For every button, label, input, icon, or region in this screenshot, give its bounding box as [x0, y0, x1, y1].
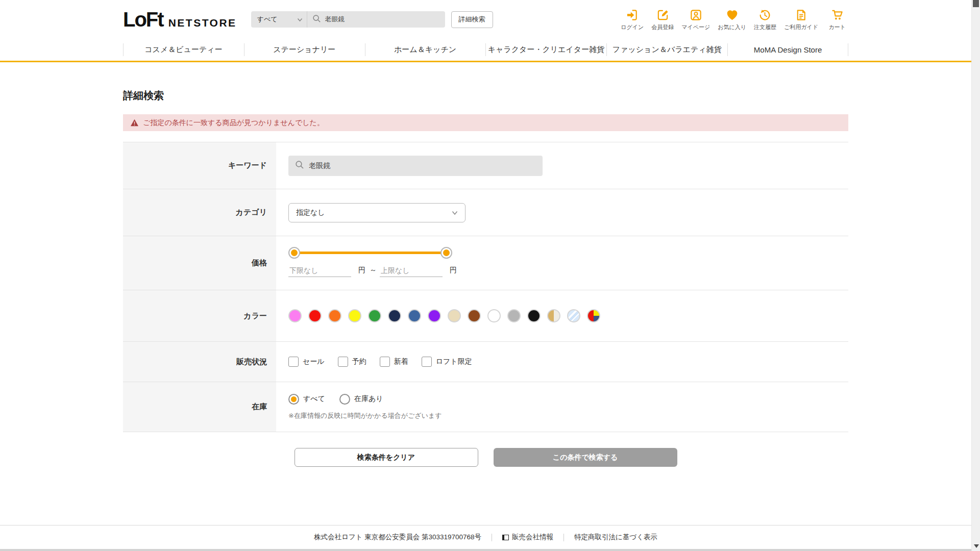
logo-netstore-text: NETSTORE — [168, 17, 237, 29]
window-icon — [502, 535, 509, 540]
color-swatch-pink[interactable] — [288, 309, 302, 322]
history-icon — [758, 8, 772, 22]
keyword-input[interactable] — [309, 162, 536, 170]
site-header: LoFt NETSTORE すべて 詳細検索 ログイン会員登録マイページお気に入… — [123, 0, 848, 39]
nav-item-stationery[interactable]: ステーショナリー — [244, 39, 365, 61]
color-swatch-green[interactable] — [368, 309, 381, 322]
radio-circle[interactable] — [288, 394, 299, 405]
clear-conditions-button[interactable]: 検索条件をクリア — [295, 448, 478, 467]
checkbox-box[interactable] — [422, 357, 432, 367]
color-swatch-purple[interactable] — [428, 309, 441, 322]
logo-loft-text: LoFt — [123, 9, 163, 30]
footer-link-seller-info[interactable]: 販売会社情報 — [502, 533, 553, 542]
checkbox-box[interactable] — [338, 357, 348, 367]
sales-status-content: セール予約新着ロフト限定 — [276, 342, 848, 382]
user-nav-label: ログイン — [621, 23, 644, 31]
color-swatch-clear[interactable] — [567, 309, 580, 322]
no-results-alert: ご指定の条件に一致する商品が見つかりませんでした。 — [123, 114, 848, 131]
price-unit-min: 円 — [358, 266, 365, 275]
search-submit-button[interactable]: この条件で検索する — [494, 448, 677, 467]
user-nav-favorites[interactable]: お気に入り — [718, 8, 746, 31]
price-range-slider[interactable] — [294, 252, 447, 254]
color-swatch-gray[interactable] — [507, 309, 521, 322]
checkbox-sale[interactable]: セール — [288, 357, 325, 367]
nav-item-fashion[interactable]: ファッション＆バラエティ雑貨 — [606, 39, 727, 61]
user-nav-register[interactable]: 会員登録 — [651, 8, 674, 31]
scrollbar-thumb[interactable] — [973, 0, 979, 7]
user-nav-mypage[interactable]: マイページ — [681, 8, 710, 31]
user-nav-label: 注文履歴 — [754, 23, 776, 31]
color-swatch-black[interactable] — [527, 309, 541, 322]
user-nav-order-history[interactable]: 注文履歴 — [754, 8, 776, 31]
color-swatch-blue[interactable] — [408, 309, 421, 322]
search-scope-select[interactable]: すべて — [251, 11, 307, 28]
nav-item-cosme[interactable]: コスメ＆ビューティー — [123, 39, 244, 61]
horizontal-scrollbar[interactable] — [0, 549, 971, 551]
chevron-down-icon — [452, 209, 458, 217]
radio-all[interactable]: すべて — [288, 394, 325, 405]
color-swatch-orange[interactable] — [328, 309, 341, 322]
footer-link-commerce-law[interactable]: 特定商取引法に基づく表示 — [574, 533, 657, 542]
color-content — [276, 290, 848, 341]
user-nav-login[interactable]: ログイン — [621, 8, 644, 31]
color-swatch-white[interactable] — [487, 309, 501, 322]
footer-company-text: 株式会社ロフト 東京都公安委員会 第303319700768号 — [314, 533, 481, 542]
header-search-input[interactable] — [325, 16, 440, 23]
color-swatch-brown[interactable] — [468, 309, 481, 322]
vertical-scrollbar[interactable] — [971, 0, 980, 551]
color-swatch-yellow[interactable] — [348, 309, 361, 322]
price-min-input[interactable] — [288, 265, 351, 277]
loft-logo[interactable]: LoFt NETSTORE — [123, 9, 237, 30]
detail-search-button[interactable]: 詳細検索 — [451, 11, 493, 28]
stock-note: ※在庫情報の反映に時間がかかる場合がございます — [288, 411, 442, 420]
radio-circle[interactable] — [339, 394, 350, 405]
guide-icon — [794, 8, 808, 22]
page-title: 詳細検索 — [123, 89, 848, 103]
footer-divider — [492, 534, 492, 541]
radio-label: すべて — [303, 394, 325, 404]
category-row: カテゴリ 指定なし — [123, 189, 848, 236]
price-slider-handle-max[interactable] — [440, 247, 452, 259]
color-swatch-navy[interactable] — [388, 309, 401, 322]
color-swatch-gold[interactable] — [547, 309, 560, 322]
keyword-row: キーワード — [123, 142, 848, 189]
scrollbar-down-arrow-icon[interactable] — [974, 544, 979, 548]
sales-status-options: セール予約新着ロフト限定 — [288, 357, 472, 367]
nav-item-character[interactable]: キャラクター・クリエイター雑貨 — [485, 39, 606, 61]
color-swatch-multicolor[interactable] — [587, 309, 600, 322]
nav-item-home-kitchen[interactable]: ホーム＆キッチン — [365, 39, 486, 61]
price-controls: 円 ～ 円 — [288, 249, 457, 277]
user-nav-label: 会員登録 — [651, 23, 674, 31]
checkbox-reserve[interactable]: 予約 — [338, 357, 366, 367]
color-swatch-red[interactable] — [308, 309, 322, 322]
login-icon — [625, 8, 639, 22]
color-swatch-beige[interactable] — [448, 309, 461, 322]
user-nav-label: カート — [828, 23, 846, 31]
user-nav-guide[interactable]: ご利用ガイド — [784, 8, 818, 31]
checkbox-label: セール — [303, 357, 325, 366]
checkbox-box[interactable] — [288, 357, 299, 367]
main-nav: コスメ＆ビューティーステーショナリーホーム＆キッチンキャラクター・クリエイター雑… — [0, 39, 971, 62]
color-label: カラー — [123, 290, 276, 341]
cart-icon — [830, 8, 844, 22]
checkbox-new[interactable]: 新着 — [380, 357, 408, 367]
checkbox-label: ロフト限定 — [436, 357, 472, 366]
keyword-label: キーワード — [123, 142, 276, 189]
nav-item-moma[interactable]: MoMA Design Store — [727, 39, 848, 61]
search-icon — [312, 14, 321, 25]
footer-inner: 株式会社ロフト 東京都公安委員会 第303319700768号 販売会社情報 特… — [314, 533, 657, 542]
price-slider-handle-min[interactable] — [288, 247, 300, 259]
category-label: カテゴリ — [123, 189, 276, 236]
category-select[interactable]: 指定なし — [288, 203, 465, 222]
stock-content: すべて在庫あり ※在庫情報の反映に時間がかかる場合がございます — [276, 382, 848, 432]
checkbox-box[interactable] — [380, 357, 390, 367]
stock-label: 在庫 — [123, 382, 276, 432]
radio-in-stock[interactable]: 在庫あり — [339, 394, 383, 405]
keyword-input-wrap — [288, 156, 543, 176]
checkbox-loft-only[interactable]: ロフト限定 — [422, 357, 472, 367]
page-viewport: LoFt NETSTORE すべて 詳細検索 ログイン会員登録マイページお気に入… — [0, 0, 971, 551]
checkbox-label: 予約 — [352, 357, 366, 366]
user-nav-label: マイページ — [681, 23, 710, 31]
price-max-input[interactable] — [380, 265, 443, 277]
user-nav-cart[interactable]: カート — [826, 8, 848, 31]
